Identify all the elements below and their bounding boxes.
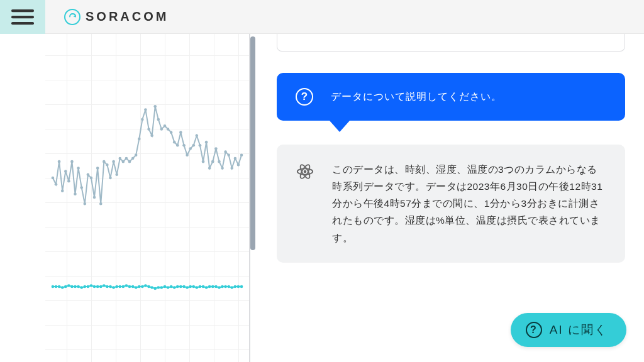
svg-point-27 xyxy=(128,160,131,163)
svg-point-87 xyxy=(128,285,131,288)
svg-point-55 xyxy=(218,160,221,163)
svg-point-35 xyxy=(153,105,157,108)
svg-point-79 xyxy=(103,284,106,287)
svg-point-82 xyxy=(112,286,115,289)
svg-point-70 xyxy=(74,285,77,288)
svg-point-108 xyxy=(196,286,199,289)
svg-point-105 xyxy=(186,286,189,289)
svg-point-18 xyxy=(99,202,103,206)
svg-point-10 xyxy=(74,193,77,196)
svg-point-8 xyxy=(67,180,70,183)
question-icon: ? xyxy=(296,88,313,106)
svg-point-83 xyxy=(115,285,118,288)
svg-point-120 xyxy=(234,285,237,288)
panel-scrollbar[interactable] xyxy=(250,34,255,362)
svg-point-69 xyxy=(70,285,74,288)
svg-point-6 xyxy=(61,189,64,192)
svg-point-115 xyxy=(218,286,221,289)
svg-point-52 xyxy=(208,167,211,170)
hamburger-icon xyxy=(11,8,34,26)
svg-point-49 xyxy=(199,144,202,147)
svg-point-95 xyxy=(153,287,157,290)
svg-point-30 xyxy=(138,138,141,141)
svg-point-67 xyxy=(64,285,67,288)
svg-point-58 xyxy=(227,154,230,157)
input-box-bottom-edge[interactable] xyxy=(277,34,625,52)
ai-atom-icon xyxy=(296,162,314,181)
user-message-text: データについて説明してください。 xyxy=(331,90,502,104)
svg-point-75 xyxy=(90,284,93,287)
svg-point-38 xyxy=(164,124,167,128)
ask-ai-label: AI に聞く xyxy=(550,322,608,338)
svg-point-36 xyxy=(157,118,160,121)
svg-point-3 xyxy=(52,177,55,180)
svg-point-90 xyxy=(138,285,141,288)
svg-point-93 xyxy=(147,285,150,288)
svg-point-17 xyxy=(96,167,99,170)
svg-point-65 xyxy=(58,285,61,288)
svg-point-101 xyxy=(173,286,176,289)
svg-point-85 xyxy=(122,285,125,288)
ai-message-text: このデータは、時刻、湿度、温度の3つのカラムからなる時系列データです。データは2… xyxy=(332,161,606,246)
svg-point-39 xyxy=(167,128,170,131)
svg-point-51 xyxy=(205,141,208,144)
svg-point-119 xyxy=(230,286,233,289)
svg-point-88 xyxy=(131,285,135,288)
svg-rect-1 xyxy=(11,16,34,18)
svg-point-97 xyxy=(160,286,164,289)
svg-point-26 xyxy=(125,157,128,160)
svg-point-118 xyxy=(227,285,230,288)
svg-point-56 xyxy=(221,167,224,170)
brand-logo-icon xyxy=(64,9,80,25)
svg-point-19 xyxy=(103,160,106,163)
svg-point-46 xyxy=(189,147,192,150)
svg-point-12 xyxy=(80,186,83,189)
svg-point-121 xyxy=(237,285,240,288)
scrollbar-thumb[interactable] xyxy=(250,36,255,250)
svg-point-50 xyxy=(202,160,205,163)
svg-point-91 xyxy=(141,285,144,288)
ask-ai-button[interactable]: ? AI に聞く xyxy=(511,313,626,347)
svg-point-98 xyxy=(164,285,167,288)
svg-point-84 xyxy=(118,285,121,288)
svg-point-94 xyxy=(150,286,153,289)
svg-point-72 xyxy=(80,286,83,289)
svg-point-116 xyxy=(221,285,224,288)
menu-button[interactable] xyxy=(0,0,45,34)
svg-point-111 xyxy=(205,286,208,289)
svg-point-45 xyxy=(186,154,189,157)
svg-point-78 xyxy=(99,285,103,288)
svg-point-11 xyxy=(77,167,80,170)
svg-point-73 xyxy=(84,285,87,288)
svg-point-40 xyxy=(170,131,173,134)
svg-point-63 xyxy=(52,285,55,288)
svg-rect-2 xyxy=(11,22,34,25)
svg-point-74 xyxy=(87,285,90,288)
brand: SORACOM xyxy=(64,9,169,25)
svg-point-114 xyxy=(214,285,218,288)
svg-point-81 xyxy=(109,285,112,288)
svg-point-59 xyxy=(230,167,233,170)
svg-point-99 xyxy=(167,286,170,289)
svg-point-76 xyxy=(93,285,96,288)
svg-point-4 xyxy=(55,183,58,186)
svg-point-15 xyxy=(90,177,93,180)
brand-name: SORACOM xyxy=(86,9,169,24)
svg-point-16 xyxy=(93,196,96,199)
svg-point-44 xyxy=(182,144,186,147)
svg-point-110 xyxy=(202,285,205,288)
svg-point-80 xyxy=(106,285,109,288)
svg-point-60 xyxy=(234,157,237,160)
svg-point-66 xyxy=(61,286,64,289)
svg-point-29 xyxy=(135,154,138,157)
svg-point-100 xyxy=(170,285,173,288)
svg-point-21 xyxy=(109,177,112,180)
svg-point-14 xyxy=(87,173,90,177)
svg-point-113 xyxy=(211,285,214,288)
svg-point-54 xyxy=(214,147,218,150)
svg-point-68 xyxy=(67,284,70,287)
svg-point-32 xyxy=(144,108,147,111)
svg-point-122 xyxy=(240,285,243,288)
svg-point-31 xyxy=(141,118,144,121)
svg-point-103 xyxy=(179,285,182,288)
